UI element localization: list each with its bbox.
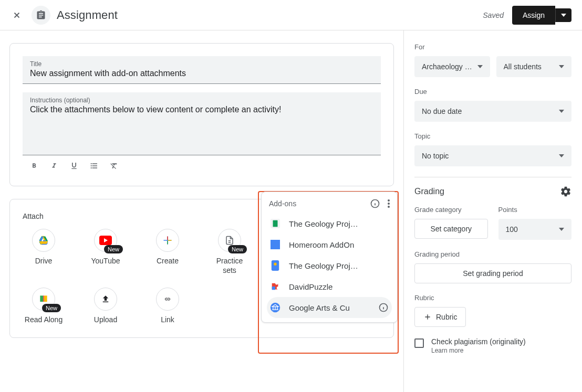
addon-app-icon [270,239,280,250]
more-icon[interactable] [388,199,390,208]
drive-icon [38,235,49,246]
underline-button[interactable] [69,161,79,171]
addon-app-icon [270,260,280,271]
points-label: Points [498,206,572,214]
class-select[interactable]: Archaeology … [414,56,490,77]
addon-app-icon [270,302,280,313]
attach-youtube[interactable]: New YouTube [85,229,127,275]
new-badge: New [42,304,61,312]
svg-rect-7 [167,241,168,245]
attach-card: Attach Drive New YouTube Create New Prac… [9,199,394,338]
info-icon[interactable] [370,198,380,209]
close-button[interactable] [11,9,23,22]
set-category-button[interactable]: Set category [414,219,488,239]
new-badge: New [104,245,123,253]
caret-down-icon [559,65,564,68]
addon-item-geology-1[interactable]: The Geology Proj… [262,213,397,234]
plus-icon [423,313,432,321]
assignment-icon [32,6,50,25]
instructions-field[interactable]: Instructions (optional) Click the attach… [23,92,381,155]
rubric-label: Rubric [414,294,571,302]
plagiarism-label: Check plagiarism (originality) [431,337,526,346]
due-label: Due [414,88,571,96]
addon-app-icon [270,281,280,292]
close-icon [12,10,22,20]
header: Assignment Saved Assign [0,0,582,30]
sidebar: For Archaeology … All students Due No du… [403,30,582,392]
topic-label: Topic [414,132,571,140]
assignment-form-card: Title New assignment with add-on attachm… [9,43,394,186]
students-select[interactable]: All students [496,56,572,77]
upload-icon [101,294,110,304]
attach-link[interactable]: Link [147,288,189,324]
addon-item-homeroom[interactable]: Homeroom AddOn [262,234,397,255]
addons-title: Add-ons [269,199,370,208]
info-icon[interactable] [378,302,389,313]
addon-item-google-arts[interactable]: Google Arts & Cu [267,297,392,318]
plus-icon [162,235,173,246]
clear-format-button[interactable] [109,161,119,171]
grade-category-label: Grade category [414,206,488,214]
attach-create[interactable]: Create [147,229,189,275]
addon-app-icon [270,218,280,229]
title-value: New assignment with add-on attachments [30,69,373,78]
bold-button[interactable] [29,161,39,171]
youtube-icon [99,236,112,245]
link-icon [162,296,173,302]
new-badge: New [228,245,247,253]
plagiarism-checkbox[interactable] [414,338,424,348]
assign-button[interactable]: Assign [512,6,555,25]
attach-upload[interactable]: Upload [85,288,127,324]
instructions-value: Click the attachments below to view cont… [30,105,373,114]
caret-down-icon [559,228,564,231]
topic-select[interactable]: No topic [414,145,571,166]
document-icon [225,235,234,246]
svg-rect-6 [168,240,172,241]
instructions-label: Instructions (optional) [30,97,373,104]
caret-down-icon [559,154,564,157]
caret-down-icon [477,65,483,68]
saved-status: Saved [483,11,504,19]
svg-rect-5 [167,237,168,240]
assign-dropdown[interactable] [555,8,571,22]
caret-down-icon [561,14,566,17]
grading-period-label: Grading period [414,250,571,258]
title-label: Title [30,60,373,68]
for-label: For [414,43,571,51]
page-title: Assignment [57,8,118,22]
attach-drive[interactable]: Drive [23,229,65,275]
addon-item-geology-2[interactable]: The Geology Proj… [262,255,397,276]
format-toolbar [23,155,381,173]
attach-read-along[interactable]: New Read Along [23,288,65,324]
gear-icon[interactable] [560,186,571,197]
svg-point-11 [388,206,390,208]
addons-panel: Add-ons The Geology Proj… Homeroom AddOn [261,192,398,323]
due-select[interactable]: No due date [414,101,571,122]
svg-rect-13 [273,220,278,227]
points-select[interactable]: 100 [498,219,572,240]
main-content: Title New assignment with add-on attachm… [0,30,403,392]
list-button[interactable] [89,161,99,171]
addon-item-davidpuzzle[interactable]: DavidPuzzle [262,276,397,297]
title-field[interactable]: Title New assignment with add-on attachm… [23,56,381,84]
book-icon [38,294,49,304]
svg-point-9 [388,199,390,202]
rubric-button[interactable]: Rubric [414,307,466,327]
svg-point-15 [274,263,276,266]
svg-point-10 [388,203,390,205]
grading-heading: Grading [414,187,444,196]
italic-button[interactable] [49,161,59,171]
learn-more-link[interactable]: Learn more [431,347,526,354]
attach-practice-sets[interactable]: New Practice sets [209,229,251,275]
set-grading-period-button[interactable]: Set grading period [414,263,571,283]
caret-down-icon [559,110,564,113]
